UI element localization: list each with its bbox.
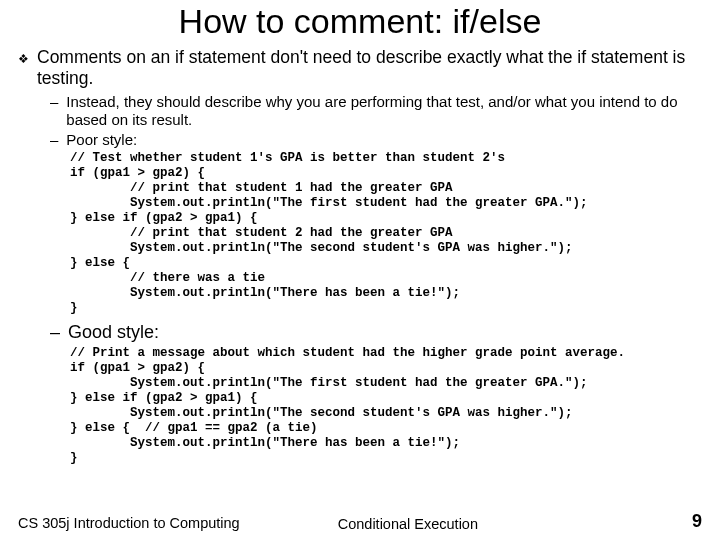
sub-item-poor: – Poor style: [50, 131, 702, 149]
main-bullet: ❖ Comments on an if statement don't need… [18, 47, 702, 89]
footer: CS 305j Introduction to Computing Condit… [18, 511, 702, 532]
dash-marker: – [50, 93, 58, 111]
footer-course: CS 305j Introduction to Computing [18, 515, 251, 532]
slide-title: How to comment: if/else [18, 0, 702, 41]
sub-item-text: Poor style: [66, 131, 137, 149]
footer-topic: Conditional Execution [251, 516, 566, 532]
code-poor-style: // Test whether student 1's GPA is bette… [70, 151, 702, 316]
page-number: 9 [565, 511, 702, 532]
bullet-marker: ❖ [18, 52, 29, 66]
dash-marker: – [50, 131, 58, 149]
main-bullet-text: Comments on an if statement don't need t… [37, 47, 702, 89]
sub-item-text: Instead, they should describe why you ar… [66, 93, 702, 129]
sub-item-text: Good style: [68, 322, 159, 344]
sub-list: – Instead, they should describe why you … [50, 93, 702, 149]
code-good-style: // Print a message about which student h… [70, 346, 702, 466]
sub-list-good: – Good style: [50, 322, 702, 344]
sub-item-good: – Good style: [50, 322, 702, 344]
sub-item-instead: – Instead, they should describe why you … [50, 93, 702, 129]
dash-marker: – [50, 322, 60, 344]
